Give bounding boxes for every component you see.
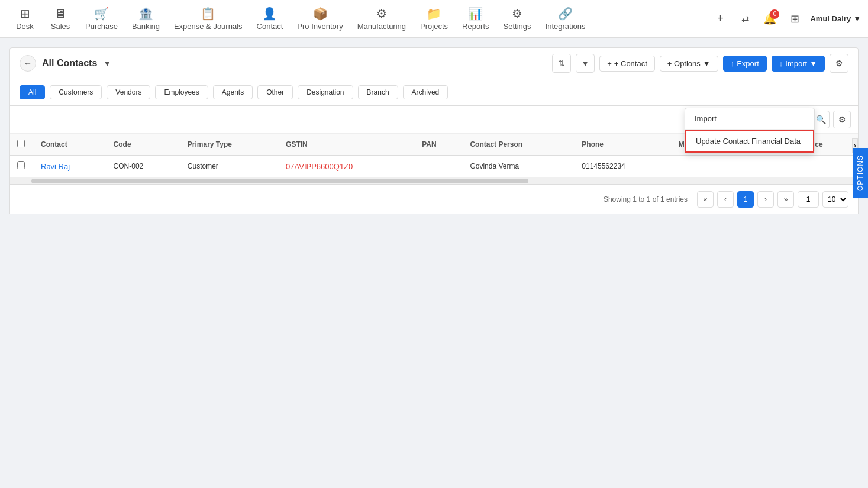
import-button[interactable]: ↓ Import ▼ xyxy=(772,56,825,72)
page-title: All Contacts xyxy=(42,58,97,69)
col-phone: Phone xyxy=(575,134,671,156)
col-contact-person: Contact Person xyxy=(463,134,575,156)
main-content: ← All Contacts ▼ ⇅ ▼ + + Contact + Optio… xyxy=(0,38,868,224)
nav-sales[interactable]: 🖥 Sales xyxy=(43,4,78,34)
nav-pro-inventory-label: Pro Inventory xyxy=(297,22,343,31)
nav-sales-label: Sales xyxy=(51,22,70,31)
table-row: Ravi Raj CON-002 Customer 07AVIPP6600Q1Z… xyxy=(10,156,858,177)
nav-banking[interactable]: 🏦 Banking xyxy=(125,3,167,34)
sort-button[interactable]: ⇅ xyxy=(552,54,571,73)
nav-projects-label: Projects xyxy=(420,22,448,31)
filter-button[interactable]: ▼ xyxy=(576,54,595,73)
nav-manufacturing[interactable]: ⚙ Manufacturing xyxy=(350,3,413,34)
cell-pan xyxy=(415,156,463,177)
contact-icon: 👤 xyxy=(262,7,277,21)
cell-gstin: 07AVIPP6600Q1Z0 xyxy=(279,156,415,177)
nav-desk[interactable]: ⊞ Desk xyxy=(7,3,43,34)
purchase-icon: 🛒 xyxy=(94,7,109,21)
nav-expense[interactable]: 📋 Expense & Journals xyxy=(167,3,250,34)
cell-email xyxy=(733,156,789,177)
tab-vendors[interactable]: Vendors xyxy=(107,85,150,99)
nav-settings[interactable]: ⚙ Settings xyxy=(496,3,538,34)
horizontal-scrollbar[interactable] xyxy=(10,177,858,185)
tab-archived[interactable]: Archived xyxy=(403,85,448,99)
options-side-tab[interactable]: OPTIONS xyxy=(853,148,868,198)
tab-branch[interactable]: Branch xyxy=(358,85,398,99)
grid-view-button[interactable]: ⊞ xyxy=(785,9,804,28)
tab-employees[interactable]: Employees xyxy=(155,85,208,99)
back-button[interactable]: ← xyxy=(20,55,36,72)
tab-other[interactable]: Other xyxy=(257,85,293,99)
tab-designation[interactable]: Designation xyxy=(298,85,353,99)
nav-purchase[interactable]: 🛒 Purchase xyxy=(78,3,125,34)
nav-contact-label: Contact xyxy=(257,22,283,31)
header-actions: ⇅ ▼ + + Contact + Options ▼ ↑ Export ↓ I… xyxy=(552,54,848,73)
tab-all[interactable]: All xyxy=(20,85,45,99)
tab-agents[interactable]: Agents xyxy=(213,85,253,99)
nav-contact[interactable]: 👤 Contact xyxy=(250,3,291,34)
select-all-checkbox[interactable] xyxy=(17,140,25,147)
col-primary-type: Primary Type xyxy=(180,134,279,156)
pagination-info: Showing 1 to 1 of 1 entries xyxy=(604,195,688,203)
title-chevron-icon[interactable]: ▼ xyxy=(103,59,111,68)
add-contact-button[interactable]: + + Contact xyxy=(599,56,655,72)
export-icon: ↑ xyxy=(731,59,735,68)
settings-icon: ⚙ xyxy=(512,7,522,21)
nav-settings-label: Settings xyxy=(504,22,531,31)
company-name[interactable]: Amul Dairy ▼ xyxy=(810,14,861,23)
nav-desk-label: Desk xyxy=(16,22,34,31)
nav-integrations[interactable]: 🔗 Integrations xyxy=(538,3,593,34)
pagination-first[interactable]: « xyxy=(697,191,714,208)
nav-projects[interactable]: 📁 Projects xyxy=(413,3,455,34)
nav-expense-label: Expense & Journals xyxy=(174,22,243,31)
options-chevron-icon: ▼ xyxy=(703,59,711,68)
pagination-last[interactable]: » xyxy=(777,191,794,208)
integrations-icon: 🔗 xyxy=(558,7,573,21)
nav-integrations-label: Integrations xyxy=(546,22,586,31)
cell-primary-type: Customer xyxy=(180,156,279,177)
cell-contact-person: Govinda Verma xyxy=(463,156,575,177)
company-chevron-icon: ▼ xyxy=(853,14,861,23)
column-settings-button[interactable]: ⚙ xyxy=(833,111,851,128)
contact-link[interactable]: Ravi Raj xyxy=(41,162,70,171)
settings-gear-button[interactable]: ⚙ xyxy=(830,54,848,73)
pagination: Showing 1 to 1 of 1 entries « ‹ 1 › » 10… xyxy=(9,185,859,214)
pagination-prev[interactable]: ‹ xyxy=(717,191,734,208)
nav-reports[interactable]: 📊 Reports xyxy=(455,3,496,34)
pagination-per-page[interactable]: 10 25 50 xyxy=(822,191,848,208)
add-button[interactable]: + xyxy=(711,9,730,28)
row-checkbox[interactable] xyxy=(17,161,25,169)
nav-pro-inventory[interactable]: 📦 Pro Inventory xyxy=(290,3,350,34)
cell-contact[interactable]: Ravi Raj xyxy=(34,156,107,177)
pagination-goto[interactable] xyxy=(798,191,819,208)
export-button[interactable]: ↑ Export xyxy=(723,56,767,72)
col-gstin: GSTIN xyxy=(279,134,415,156)
import-chevron-icon: ▼ xyxy=(809,59,817,68)
cell-balance xyxy=(789,156,858,177)
pagination-next[interactable]: › xyxy=(757,191,774,208)
pro-inventory-icon: 📦 xyxy=(313,7,328,21)
filter-tabs: All Customers Vendors Employees Agents O… xyxy=(9,79,859,106)
cell-code: CON-002 xyxy=(107,156,180,177)
row-select[interactable] xyxy=(10,156,34,177)
notification-button[interactable]: 🔔 0 xyxy=(760,9,779,28)
page-header: ← All Contacts ▼ ⇅ ▼ + + Contact + Optio… xyxy=(9,47,859,79)
plus-icon: + xyxy=(607,59,612,68)
gstin-value[interactable]: 07AVIPP6600Q1Z0 xyxy=(286,162,353,171)
notification-badge: 0 xyxy=(770,9,779,19)
manufacturing-icon: ⚙ xyxy=(376,7,387,21)
pagination-page-1[interactable]: 1 xyxy=(737,191,754,208)
dropdown-update-financial[interactable]: Update Contact Financial Data xyxy=(685,130,814,153)
expense-icon: 📋 xyxy=(201,7,215,21)
select-all-header[interactable] xyxy=(10,134,34,156)
col-pan: PAN xyxy=(415,134,463,156)
transfer-icon-button[interactable]: ⇄ xyxy=(735,9,754,28)
import-icon: ↓ xyxy=(779,59,783,68)
dropdown-import[interactable]: Import xyxy=(685,108,814,129)
scrollbar-thumb[interactable] xyxy=(31,179,528,183)
cell-phone: 01145562234 xyxy=(575,156,671,177)
options-button[interactable]: + Options ▼ xyxy=(660,56,718,72)
nav-banking-label: Banking xyxy=(132,22,160,31)
banking-icon: 🏦 xyxy=(138,7,153,21)
tab-customers[interactable]: Customers xyxy=(50,85,102,99)
